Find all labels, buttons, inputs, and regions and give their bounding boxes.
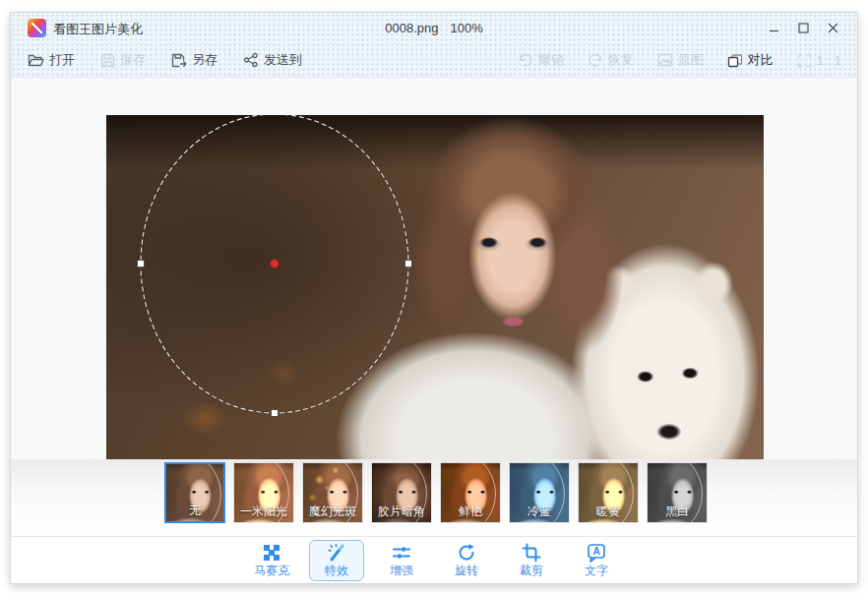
filter-cool-blue[interactable]: 冷蓝 [509,462,570,523]
filter-sunshine[interactable]: 一米阳光 [233,462,294,523]
mosaic-icon [262,541,281,563]
handle-left[interactable] [138,261,145,268]
filter-black-white[interactable]: 黑白 [647,462,708,523]
save-icon [100,53,115,68]
app-window: 看图王图片美化 0008.png100% 打开 [10,12,858,584]
filter-preview [579,463,638,522]
filter-preview [234,463,293,522]
maximize-button[interactable] [788,17,818,38]
nav-text[interactable]: A 文字 [569,540,624,581]
filter-vivid[interactable]: 鲜艳 [440,462,501,523]
nav-label: 旋转 [455,564,478,577]
nav-label: 文字 [585,564,608,577]
photo-image[interactable] [106,115,764,459]
minimize-button[interactable] [759,17,788,38]
send-to-button[interactable]: 发送到 [243,51,302,69]
nav-enhance[interactable]: 增强 [374,540,429,581]
bottom-nav: 马赛克 特效 增强 旋转 裁剪 A 文字 [11,536,857,583]
toolbar-right-group: 撤销 恢复 原图 对比 1 : 1 [518,51,841,69]
filter-preview [303,463,362,522]
svg-text:A: A [592,546,599,557]
filter-thumbnails: 无 一米阳光 魔幻光斑 胶片暗角 鲜艳 [164,462,708,523]
document-name: 0008.png [385,21,438,35]
save-as-button[interactable]: 另存 [171,51,217,69]
crop-icon [522,541,541,563]
open-button[interactable]: 打开 [28,51,75,69]
one-to-one-icon [797,53,812,68]
nav-effects[interactable]: 特效 [309,540,364,581]
filter-none[interactable]: 无 [164,462,225,523]
redo-label: 恢复 [608,51,634,69]
filter-preview [510,463,569,522]
compare-button[interactable]: 对比 [727,51,774,69]
original-image-icon [657,53,673,67]
rotate-icon [457,541,476,563]
save-button[interactable]: 保存 [100,51,146,69]
save-label: 保存 [120,51,146,69]
nav-label: 特效 [325,564,348,577]
document-title: 0008.png100% [11,21,857,35]
compare-icon [727,53,743,68]
ellipse-selection-overlay[interactable] [106,115,764,459]
undo-label: 撤销 [538,51,564,69]
nav-crop[interactable]: 裁剪 [504,540,559,581]
filter-warm-yellow[interactable]: 暖黄 [578,462,639,523]
magic-wand-icon [327,541,346,563]
zoom-level: 100% [450,21,482,35]
redo-button[interactable]: 恢复 [588,51,634,69]
one-to-one-label: 1 : 1 [817,53,841,68]
nav-label: 马赛克 [254,564,289,577]
selection-center-marker[interactable] [271,260,279,268]
filter-preview [648,463,707,522]
send-to-label: 发送到 [264,51,302,69]
enhance-sliders-icon [392,541,411,563]
filter-preview [372,463,431,522]
editor-canvas: 无 一米阳光 魔幻光斑 胶片暗角 鲜艳 [11,78,857,536]
undo-button[interactable]: 撤销 [518,51,564,69]
compare-label: 对比 [748,51,774,69]
open-label: 打开 [49,51,75,69]
filter-film-vignette[interactable]: 胶片暗角 [371,462,432,523]
filter-strip: 无 一米阳光 魔幻光斑 胶片暗角 鲜艳 [11,459,857,536]
save-as-icon [171,53,187,68]
filter-label: 胶片暗角 [372,504,431,520]
nav-rotate[interactable]: 旋转 [439,540,494,581]
nav-mosaic[interactable]: 马赛克 [244,540,299,581]
text-icon: A [587,541,606,563]
handle-right[interactable] [405,261,412,268]
open-folder-icon [28,53,44,68]
save-as-label: 另存 [192,51,217,69]
window-controls [759,17,847,38]
undo-icon [518,53,533,67]
toolbar-left-group: 打开 保存 另存 发送到 [28,51,302,69]
selection-handles[interactable] [138,261,412,417]
header: 看图王图片美化 0008.png100% 打开 [11,13,857,78]
close-button[interactable] [818,17,847,38]
handle-bottom[interactable] [272,410,279,417]
filter-magic-bokeh[interactable]: 魔幻光斑 [302,462,363,523]
redo-icon [588,53,603,67]
nav-label: 裁剪 [520,564,543,577]
main-toolbar: 打开 保存 另存 发送到 撤销 [11,42,857,78]
filter-preview [441,463,500,522]
nav-label: 增强 [390,564,413,577]
send-to-icon [243,52,259,68]
title-bar: 看图王图片美化 0008.png100% [11,13,857,42]
original-image-label: 原图 [678,51,704,69]
original-image-button[interactable]: 原图 [657,51,704,69]
one-to-one-button[interactable]: 1 : 1 [797,53,841,68]
filter-preview [166,464,223,521]
filter-label: 魔幻光斑 [303,504,362,520]
